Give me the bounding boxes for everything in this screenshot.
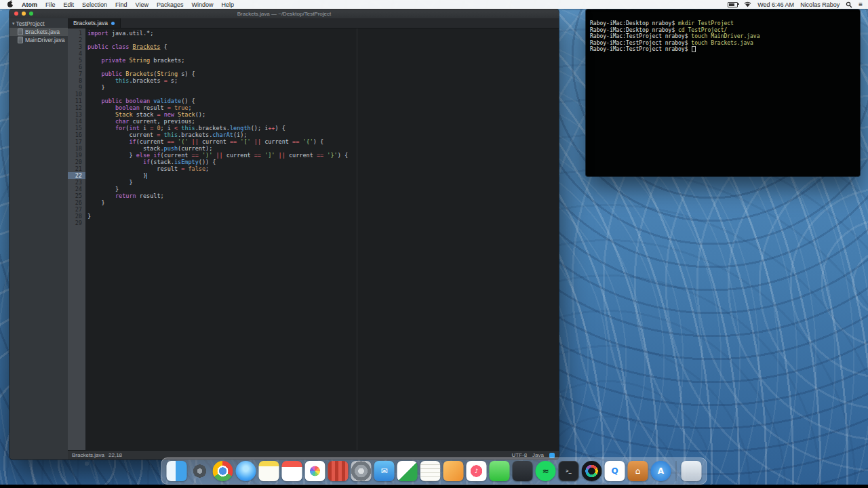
code-line[interactable]: public class Brackets { [87, 43, 559, 50]
line-number: 25 [68, 192, 85, 199]
dock-system-preferences-icon[interactable] [351, 461, 372, 481]
tree-view: ▾ TestProject Brackets.javaMainDriver.ja… [9, 18, 68, 460]
code-line[interactable]: import java.util.*; [87, 30, 559, 37]
code-line[interactable]: } [87, 186, 559, 192]
menu-item-packages[interactable]: Packages [157, 1, 184, 8]
dock-mail-icon[interactable]: ✉ [374, 461, 395, 481]
dock-aperture-icon[interactable] [582, 461, 602, 481]
code-line[interactable]: } [87, 199, 559, 206]
line-number: 8 [68, 77, 85, 84]
dock-finder-icon[interactable] [167, 461, 187, 481]
spotlight-icon[interactable] [846, 1, 852, 8]
code-line[interactable] [87, 91, 559, 98]
code-line[interactable]: } [87, 179, 559, 186]
menu-item-edit[interactable]: Edit [64, 1, 75, 8]
menu-item-view[interactable]: View [136, 1, 149, 8]
line-number: 4 [68, 50, 85, 57]
code-line[interactable]: public boolean validate() { [87, 98, 559, 104]
code-line[interactable]: private String brackets; [87, 57, 559, 64]
dock-photo-booth-icon[interactable] [328, 461, 349, 481]
line-number: 20 [68, 159, 85, 165]
dock-stocks-icon[interactable] [397, 461, 418, 481]
menu-clock[interactable]: Wed 6:46 AM [757, 1, 794, 8]
battery-icon[interactable] [728, 2, 738, 7]
code-line[interactable]: for(int i = 0; i < this.brackets.length(… [87, 125, 559, 131]
code-line[interactable]: if(stack.isEmpty()) { [87, 159, 559, 165]
terminal-window[interactable]: Raboy-iMac:Desktop nraboy$ mkdir TestPro… [586, 9, 860, 176]
code-line[interactable]: public Brackets(String s) { [87, 70, 559, 77]
code-line[interactable]: this.brackets = s; [87, 77, 559, 84]
atom-titlebar[interactable]: Brackets.java — ~/Desktop/TestProject [9, 9, 559, 18]
dock-textedit-icon[interactable] [420, 461, 441, 481]
code-lines: import java.util.*;public class Brackets… [87, 30, 559, 226]
chevron-down-icon: ▾ [12, 21, 15, 26]
code-line[interactable]: } [87, 84, 559, 91]
tree-file-brackets.java[interactable]: Brackets.java [9, 28, 68, 36]
menu-item-help[interactable]: Help [221, 1, 234, 8]
code-line[interactable]: result = false; [87, 165, 559, 172]
status-file[interactable]: Brackets.java [72, 452, 104, 458]
code-line[interactable] [87, 220, 559, 226]
code-line[interactable]: return result; [87, 192, 559, 199]
menu-user[interactable]: Nicolas Raboy [800, 1, 840, 8]
atom-window: Brackets.java — ~/Desktop/TestProject ▾ … [9, 9, 559, 460]
dock-calendar-icon[interactable] [282, 461, 302, 481]
notification-center-icon[interactable]: ≡ [859, 1, 863, 8]
status-cursor-position[interactable]: 22,18 [108, 452, 122, 458]
dock-terminal-icon[interactable]: >_ [559, 461, 579, 481]
code-line[interactable]: stack.push(current); [87, 145, 559, 152]
code-line[interactable] [87, 206, 559, 213]
dock-trash-icon[interactable] [682, 461, 702, 481]
dock-notes-icon[interactable] [259, 461, 279, 481]
code-line[interactable]: } [87, 213, 559, 220]
modified-indicator-icon[interactable] [111, 22, 115, 25]
code-line[interactable]: boolean result = true; [87, 104, 559, 111]
dock-quicktime-icon[interactable]: Q [605, 461, 625, 481]
code-line[interactable] [87, 50, 559, 57]
dock-app-store-icon[interactable]: A [651, 461, 671, 481]
terminal-lines: Raboy-iMac:Desktop nraboy$ mkdir TestPro… [590, 20, 856, 53]
code-pane[interactable]: import java.util.*;public class Brackets… [85, 28, 559, 450]
code-line[interactable] [87, 37, 559, 43]
tree-root[interactable]: ▾ TestProject [9, 20, 68, 28]
line-number: 26 [68, 199, 85, 206]
menu-item-atom[interactable]: Atom [22, 1, 37, 8]
dock-safari-icon[interactable] [236, 461, 256, 481]
dock-dark-app-icon[interactable] [513, 461, 533, 481]
code-line[interactable]: current = this.brackets.charAt(i); [87, 131, 559, 138]
menu-item-find[interactable]: Find [115, 1, 127, 8]
line-number: 13 [68, 111, 85, 118]
zoom-button[interactable] [29, 12, 33, 16]
menu-item-window[interactable]: Window [191, 1, 213, 8]
dock-photos-icon[interactable] [305, 461, 326, 481]
dock-pages-icon[interactable] [443, 461, 464, 481]
code-line[interactable]: Stack stack = new Stack(); [87, 111, 559, 118]
editor[interactable]: 1234567891011121314151617181920212223242… [68, 28, 559, 450]
code-line[interactable]: } else if(current == ')' || current == '… [87, 152, 559, 159]
code-line[interactable]: if(current == '(' || current == '[' || c… [87, 138, 559, 145]
dock-spotify-icon[interactable]: ≈ [536, 461, 556, 481]
menu-item-file[interactable]: File [45, 1, 56, 8]
menu-item-selection[interactable]: Selection [82, 1, 107, 8]
close-button[interactable] [14, 12, 18, 16]
line-number: 16 [68, 131, 85, 138]
code-line[interactable]: } [87, 172, 559, 179]
tree-file-maindriver.java[interactable]: MainDriver.java [9, 36, 68, 44]
dock-home-app-icon[interactable]: ⌂ [628, 461, 648, 481]
apple-icon [7, 0, 14, 7]
dock-chrome-icon[interactable] [213, 461, 233, 481]
wifi-icon[interactable] [744, 1, 751, 7]
line-number: 29 [68, 220, 85, 226]
terminal-line: Raboy-iMac:TestProject nraboy$ [590, 46, 856, 53]
line-number: 15 [68, 125, 85, 131]
apple-menu[interactable] [7, 0, 14, 9]
line-number: 17 [68, 138, 85, 145]
code-line[interactable]: char current, previous; [87, 118, 559, 125]
dock-itunes-icon[interactable]: ♪ [467, 461, 487, 481]
line-number: 10 [68, 91, 85, 98]
tab-brackets-java[interactable]: Brackets.java [68, 18, 121, 28]
dock-launchpad-icon[interactable] [190, 461, 210, 481]
dock-facetime-icon[interactable] [490, 461, 510, 481]
code-line[interactable] [87, 64, 559, 70]
minimize-button[interactable] [22, 12, 26, 16]
